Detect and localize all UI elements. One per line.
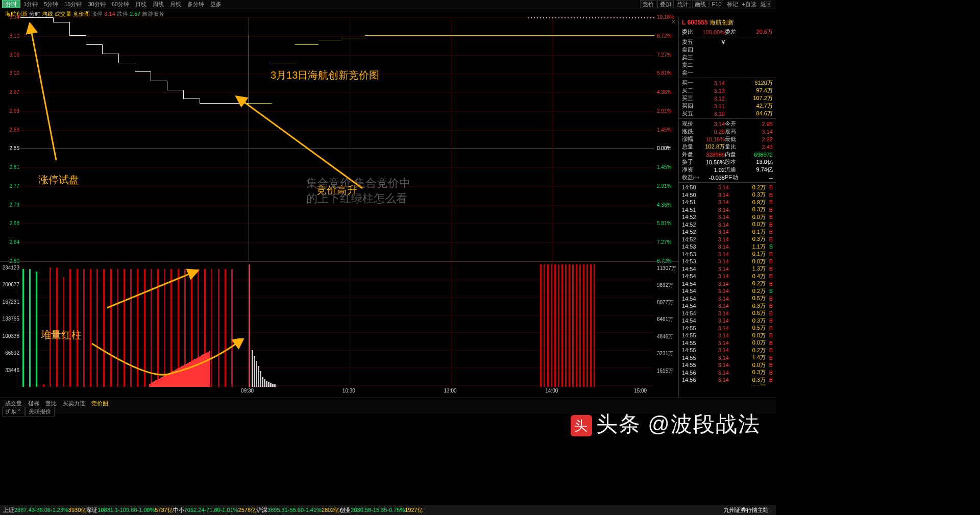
volume-chart[interactable]: 2341232006771672311337851003386689233446… <box>0 261 678 387</box>
ind-tab-3[interactable]: 买卖力道 <box>60 399 88 408</box>
period-t0[interactable]: 分时 <box>2 0 20 8</box>
ind-tab-4[interactable]: 竞价图 <box>88 399 111 408</box>
tick-row: 14:543.140.3万B <box>679 317 776 325</box>
tick-row: 14:523.140.0万B <box>679 213 776 221</box>
period-t8[interactable]: 月线 <box>167 1 184 8</box>
ext-tab-0[interactable]: 扩展⌃ <box>2 407 25 416</box>
tick-row: 14:533.140.1万B <box>679 251 776 258</box>
stock-code: 600555 <box>688 19 708 26</box>
tick-row: 14:553.140.5万B <box>679 325 776 332</box>
broker-name: 九州证券行情主站 <box>724 506 769 514</box>
book-row: 卖三 <box>679 54 776 61</box>
tick-row: 14:553.140.0万B <box>679 361 776 369</box>
tick-row: 14:523.140.3万B <box>679 236 776 243</box>
tool-r4[interactable]: F10 <box>709 0 724 8</box>
tick-row: 14:513.140.3万B <box>679 206 776 214</box>
book-row: 卖五¥ <box>679 38 776 46</box>
quote-panel: L 600555 海航创新 委比100.00% 委差20.6万 卖五¥卖四卖三卖… <box>679 17 776 398</box>
indicator-tabs: 成交量指标量比买卖力道竞价图 <box>0 398 776 406</box>
tool-r1[interactable]: 叠加 <box>657 0 674 8</box>
ext-tab-1[interactable]: 关联报价 <box>25 407 55 416</box>
tick-row: 14:513.140.9万B <box>679 199 776 206</box>
period-t5[interactable]: 60分钟 <box>109 1 132 8</box>
extension-tabs: 扩展⌃关联报价 <box>0 406 776 414</box>
stock-name-r: 海航创新 <box>709 19 734 26</box>
period-t3[interactable]: 15分钟 <box>61 1 85 8</box>
tick-row: 14:543.140.4万B <box>679 273 776 280</box>
tick-row: 14:563.140.0万B <box>679 384 776 386</box>
period-t2[interactable]: 5分钟 <box>41 1 61 8</box>
period-t6[interactable]: 日线 <box>132 1 150 8</box>
book-row: 买四3.1142.7万 <box>679 102 776 110</box>
period-t4[interactable]: 30分钟 <box>85 1 109 8</box>
watermark: 头条 @波段战法 <box>571 410 761 438</box>
period-t10[interactable]: 更多 <box>207 1 225 8</box>
tick-row: 14:503.140.2万B <box>679 184 776 191</box>
time-axis: 09:3010:3013:0014:0015:00 <box>0 387 678 396</box>
tick-row: 14:533.140.0万B <box>679 258 776 265</box>
tick-row: 14:523.140.1万B <box>679 228 776 236</box>
book-row: 买一3.146120万 <box>679 79 776 87</box>
tool-r5[interactable]: 标记 <box>725 1 740 8</box>
tick-row: 14:543.140.2万S <box>679 287 776 295</box>
tick-row: 14:543.140.3万B <box>679 302 776 310</box>
price-axis-right: 10.18%8.72%7.27%5.81%4.36%2.91%1.45%0.00… <box>654 17 678 261</box>
book-row: 买二3.1397.4万 <box>679 87 776 94</box>
tick-row: 14:543.140.2万B <box>679 280 776 288</box>
status-bar: 上证2887.43-36.06-1.23%3930亿深证10831.1-109.… <box>0 505 776 515</box>
stock-prefix: L <box>682 19 685 26</box>
price-axis-left: 3.143.103.063.022.972.932.892.852.812.77… <box>0 17 19 261</box>
tick-row: 14:553.140.2万B <box>679 347 776 354</box>
book-row: 买五3.1084.6万 <box>679 110 776 117</box>
tick-row: 14:563.140.3万B <box>679 376 776 384</box>
tick-row: 14:543.140.6万B <box>679 310 776 317</box>
book-row: 卖二 <box>679 61 776 69</box>
tick-row: 14:563.140.3万B <box>679 369 776 377</box>
chart-area[interactable]: × 3.143.103.063.022.972.932.892.852.812.… <box>0 17 679 398</box>
stock-header: L 600555 海航创新 <box>679 17 776 28</box>
tick-row: 14:523.140.0万B <box>679 221 776 229</box>
tool-r0[interactable]: 竞价 <box>640 0 656 8</box>
price-chart[interactable]: 3.143.103.063.022.972.932.892.852.812.77… <box>0 17 678 261</box>
tick-row: 14:543.140.5万B <box>679 295 776 303</box>
tool-r3[interactable]: 画线 <box>692 0 708 8</box>
tool-r6[interactable]: +自选 <box>740 1 758 8</box>
vol-axis-left: 2341232006771672311337851003386689233446 <box>0 262 19 387</box>
period-t7[interactable]: 周线 <box>150 1 167 8</box>
tick-row: 14:553.141.4万B <box>679 354 776 362</box>
tool-r2[interactable]: 统计 <box>675 0 691 8</box>
vol-axis-right: 11307万9692万8077万6461万4846万3231万1615万 <box>654 262 678 387</box>
book-row: 买三3.12107.2万 <box>679 94 776 102</box>
book-row: 卖一 <box>679 69 776 77</box>
period-t1[interactable]: 1分钟 <box>20 1 41 8</box>
toutiao-logo-icon <box>571 415 592 436</box>
tick-row: 14:543.141.3万B <box>679 265 776 273</box>
period-toolbar: 分时1分钟5分钟15分钟30分钟60分钟日线周线月线多分钟更多 ▾ 竞价叠加统计… <box>0 0 776 9</box>
tool-r7[interactable]: 返回 <box>758 1 774 8</box>
tick-row: 14:533.141.1万S <box>679 243 776 251</box>
tick-row: 14:553.140.0万B <box>679 339 776 347</box>
period-t9[interactable]: 多分钟 <box>184 1 207 8</box>
tick-row: 14:553.140.0万B <box>679 332 776 339</box>
tick-row: 14:503.140.3万B <box>679 191 776 199</box>
book-row: 卖四 <box>679 46 776 54</box>
tick-list[interactable]: 14:503.140.2万B14:503.140.3万B14:513.140.9… <box>679 184 776 385</box>
